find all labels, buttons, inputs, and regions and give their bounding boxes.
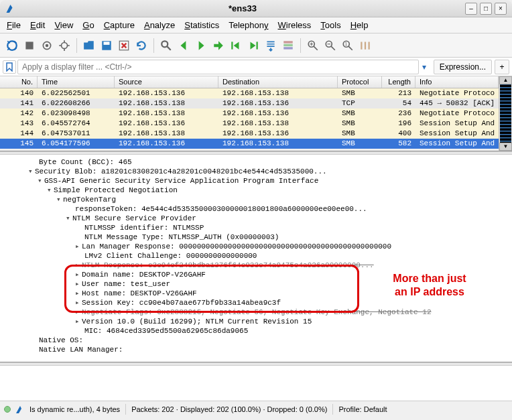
menu-analyze[interactable]: Analyze [144, 20, 175, 30]
zoom-in-icon[interactable] [305, 38, 321, 54]
statusbar: Is dynamic re...uth), 4 bytes Packets: 2… [0, 401, 512, 417]
status-profile[interactable]: Profile: Default [338, 405, 387, 413]
autoscroll-icon[interactable] [263, 38, 279, 54]
tree-resp: responseToken: 4e544c4d53535000030000001… [75, 205, 367, 213]
go-forward-icon[interactable] [193, 38, 209, 54]
capture-file-icon[interactable] [15, 404, 25, 415]
tree-spn[interactable]: Simple Protected Negotiation [54, 186, 178, 194]
packet-list[interactable]: No. Time Source Destination Protocol Len… [0, 76, 499, 151]
svg-rect-6 [104, 42, 110, 45]
menu-view[interactable]: View [54, 20, 73, 30]
reload-icon[interactable] [133, 38, 149, 54]
svg-point-3 [46, 44, 49, 47]
packet-minimap[interactable]: ▲ ▼ [499, 76, 512, 151]
status-packets: Packets: 202 · Displayed: 202 (100.0%) ·… [131, 405, 327, 413]
save-file-icon[interactable] [99, 38, 115, 54]
packet-row[interactable]: 1436.045572764192.168.153.136192.168.153… [0, 119, 499, 129]
expert-info-icon[interactable] [4, 406, 11, 413]
menu-help[interactable]: Help [350, 20, 369, 30]
add-filter-button[interactable]: + [495, 60, 509, 74]
tree-ntlmresp[interactable]: NTLM Response: c3e94ef248bdba1376f64c033… [82, 261, 374, 269]
menu-capture[interactable]: Capture [104, 20, 135, 30]
toolbar: 1 [0, 33, 512, 58]
tree-mic: MIC: 4684ced3395ed5500a62965c86da9065 [84, 327, 248, 335]
zoom-out-icon[interactable] [322, 38, 338, 54]
find-icon[interactable] [158, 38, 174, 54]
tree-ntt[interactable]: negTokenTarg [63, 196, 116, 204]
tree-sesskey[interactable]: Session Key: cc90e4b07aae677bf9b33a14abe… [82, 299, 281, 307]
packet-list-header: No. Time Source Destination Protocol Len… [0, 76, 499, 88]
window-title: *ens33 [23, 3, 462, 13]
menu-telephony[interactable]: Telephony [229, 20, 268, 30]
svg-text:1: 1 [345, 42, 348, 46]
minimize-button[interactable]: – [465, 3, 477, 15]
open-file-icon[interactable] [81, 38, 97, 54]
zoom-reset-icon[interactable]: 1 [340, 38, 356, 54]
jump-icon[interactable] [210, 38, 227, 54]
packet-details[interactable]: Byte Count (BCC): 465 Security Blob: a18… [0, 155, 512, 362]
scroll-down-icon[interactable]: ▼ [499, 143, 512, 151]
svg-rect-10 [257, 42, 258, 49]
expression-button[interactable]: Expression... [434, 60, 492, 74]
svg-point-4 [62, 42, 68, 48]
tree-user[interactable]: User name: test_user [82, 280, 170, 288]
menu-statistics[interactable]: Statistics [184, 20, 219, 30]
svg-rect-1 [25, 42, 33, 49]
tree-nativeos: Native OS: [39, 336, 83, 344]
packet-row[interactable]: 1426.023098498192.168.153.138192.168.153… [0, 109, 499, 119]
menu-edit[interactable]: Edit [30, 20, 45, 30]
tree-bcc: Byte Count (BCC): 465 [0, 157, 512, 167]
capture-options-icon[interactable] [56, 38, 72, 54]
svg-rect-12 [283, 44, 293, 46]
svg-rect-9 [231, 42, 233, 49]
restart-capture-icon[interactable] [39, 38, 55, 54]
tree-nativelm: Native LAN Manager: [39, 346, 123, 354]
menu-tools[interactable]: Tools [320, 20, 340, 30]
start-capture-icon[interactable] [4, 38, 20, 54]
svg-point-8 [162, 41, 168, 47]
maximize-button[interactable]: □ [480, 3, 492, 15]
packet-row[interactable]: 1456.054177596192.168.153.136192.168.153… [0, 139, 499, 149]
svg-rect-11 [283, 41, 293, 43]
close-button[interactable]: × [495, 3, 507, 15]
status-field: Is dynamic re...uth), 4 bytes [29, 405, 120, 413]
titlebar: *ens33 – □ × [0, 0, 512, 17]
resize-columns-icon[interactable] [357, 38, 373, 54]
go-last-icon[interactable] [245, 38, 261, 54]
scroll-up-icon[interactable]: ▲ [499, 76, 512, 84]
packet-row[interactable]: 1406.022562501192.168.153.136192.168.153… [0, 88, 499, 98]
tree-domain[interactable]: Domain name: DESKTOP-V26GAHF [82, 271, 206, 279]
menu-go[interactable]: Go [82, 20, 94, 30]
go-first-icon[interactable] [228, 38, 244, 54]
tree-msgtype: NTLM Message Type: NTLMSSP_AUTH (0x00000… [84, 233, 279, 241]
tree-lmv2: LMv2 Client Challenge: 0000000000000000 [84, 252, 257, 260]
bookmark-icon[interactable] [3, 60, 16, 74]
tree-version[interactable]: Version 10.0 (Build 16299); NTLM Current… [82, 318, 312, 326]
tree-negflags[interactable]: Negotiate Flags: 0xe2888215, Negotiate 5… [82, 308, 432, 316]
menubar: File Edit View Go Capture Analyze Statis… [0, 17, 512, 33]
close-file-icon[interactable] [116, 38, 132, 54]
tree-host[interactable]: Host name: DESKTOP-V26GAHF [82, 289, 197, 297]
menu-wireless[interactable]: Wireless [278, 20, 312, 30]
wireshark-icon [5, 3, 17, 15]
packet-row[interactable]: 1446.047537011192.168.153.138192.168.153… [0, 129, 499, 139]
tree-lanresp[interactable]: Lan Manager Response: 000000000000000000… [82, 242, 391, 251]
annotation-text: More than justan IP address [373, 272, 487, 299]
tree-ntlm[interactable]: NTLM Secure Service Provider [72, 214, 196, 222]
filterbar: ▾ Expression... + [0, 58, 512, 76]
menu-file[interactable]: File [7, 20, 21, 30]
svg-rect-13 [283, 47, 293, 49]
stop-capture-icon[interactable] [21, 38, 38, 54]
dropdown-icon[interactable]: ▾ [419, 62, 430, 72]
display-filter-input[interactable] [17, 60, 419, 74]
tree-ident: NTLMSSP identifier: NTLMSSP [84, 224, 204, 232]
go-back-icon[interactable] [176, 38, 192, 54]
packet-row[interactable]: 1416.022608266192.168.153.138192.168.153… [0, 98, 499, 109]
tree-blob[interactable]: Security Blob: a18201c8308201c4a28201c00… [35, 167, 327, 176]
bytes-pane[interactable] [0, 366, 512, 401]
colorize-icon[interactable] [280, 38, 296, 54]
tree-gss[interactable]: GSS-API Generic Security Service Applica… [44, 177, 318, 185]
